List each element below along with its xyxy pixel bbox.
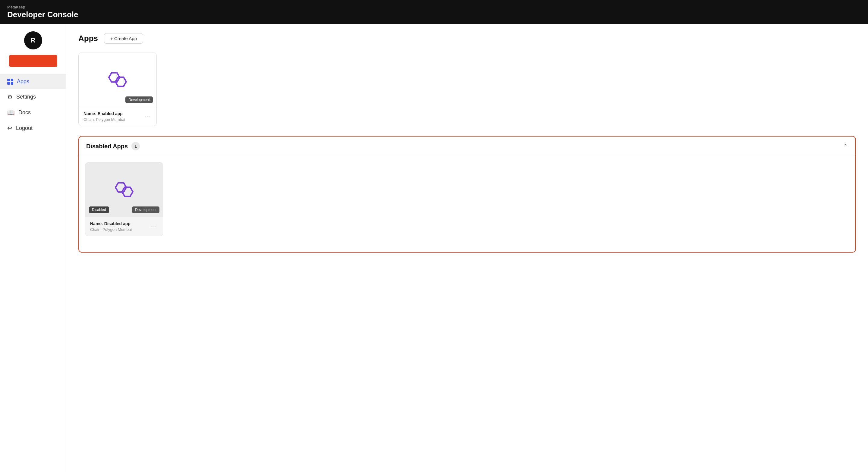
polygon-logo-enabled xyxy=(104,69,131,90)
app-name-disabled: Name: Disabled app xyxy=(90,221,132,226)
sidebar-nav: Apps ⚙ Settings 📖 Docs ↩ Logout xyxy=(0,74,66,136)
sidebar: R Apps ⚙ Settings 📖 Docs xyxy=(0,24,66,472)
card-info-enabled: Name: Enabled app Chain: Polygon Mumbai … xyxy=(79,107,156,126)
disabled-status-badge: Disabled xyxy=(89,207,109,213)
page-header: Apps + Create App xyxy=(79,33,856,44)
settings-nav-label: Settings xyxy=(16,94,36,100)
card-badge-enabled: Development xyxy=(125,96,153,103)
card-badge-disabled: Development xyxy=(132,207,159,213)
org-button[interactable] xyxy=(9,55,57,67)
console-title: Developer Console xyxy=(7,10,861,19)
grid-icon xyxy=(7,79,13,85)
disabled-header-left: Disabled Apps 1 xyxy=(86,142,140,150)
card-image-disabled: Disabled Development xyxy=(85,162,163,217)
brand-name: MetaKeep xyxy=(7,5,861,9)
avatar: R xyxy=(24,31,42,50)
chevron-up-icon: ⌃ xyxy=(843,143,848,150)
card-text-enabled: Name: Enabled app Chain: Polygon Mumbai xyxy=(84,111,125,122)
enabled-apps-grid: Development Name: Enabled app Chain: Pol… xyxy=(79,52,856,126)
card-info-disabled: Name: Disabled app Chain: Polygon Mumbai… xyxy=(85,217,163,236)
app-card-disabled[interactable]: Disabled Development Name: Disabled app … xyxy=(85,162,163,236)
app-name-enabled: Name: Enabled app xyxy=(84,111,125,116)
sidebar-item-docs[interactable]: 📖 Docs xyxy=(0,104,66,120)
apps-nav-label: Apps xyxy=(17,78,29,85)
top-header: MetaKeep Developer Console xyxy=(0,0,868,24)
card-text-disabled: Name: Disabled app Chain: Polygon Mumbai xyxy=(90,221,132,232)
disabled-section-title: Disabled Apps xyxy=(86,143,128,150)
polygon-logo-disabled xyxy=(111,179,138,200)
page-title: Apps xyxy=(79,34,98,43)
gear-icon: ⚙ xyxy=(7,93,13,100)
app-card-enabled[interactable]: Development Name: Enabled app Chain: Pol… xyxy=(79,52,157,126)
disabled-apps-section: Disabled Apps 1 ⌃ xyxy=(79,136,856,253)
disabled-count-badge: 1 xyxy=(131,142,140,150)
disabled-apps-grid: Disabled Development Name: Disabled app … xyxy=(85,162,849,236)
card-image-enabled: Development xyxy=(79,53,156,107)
app-menu-disabled[interactable]: ··· xyxy=(150,222,158,231)
app-chain-disabled: Chain: Polygon Mumbai xyxy=(90,227,132,232)
sidebar-item-settings[interactable]: ⚙ Settings xyxy=(0,89,66,104)
logout-nav-label: Logout xyxy=(16,125,33,131)
sidebar-item-logout[interactable]: ↩ Logout xyxy=(0,120,66,136)
main-content: Apps + Create App Developm xyxy=(66,24,868,472)
sidebar-item-apps[interactable]: Apps xyxy=(0,74,66,89)
app-menu-enabled[interactable]: ··· xyxy=(143,112,152,121)
book-icon: 📖 xyxy=(7,109,15,116)
app-chain-enabled: Chain: Polygon Mumbai xyxy=(84,117,125,122)
docs-nav-label: Docs xyxy=(19,109,31,116)
logout-icon: ↩ xyxy=(7,124,12,132)
disabled-apps-content: Disabled Development Name: Disabled app … xyxy=(79,156,855,252)
create-app-button[interactable]: + Create App xyxy=(104,33,143,44)
disabled-section-header[interactable]: Disabled Apps 1 ⌃ xyxy=(79,136,855,156)
